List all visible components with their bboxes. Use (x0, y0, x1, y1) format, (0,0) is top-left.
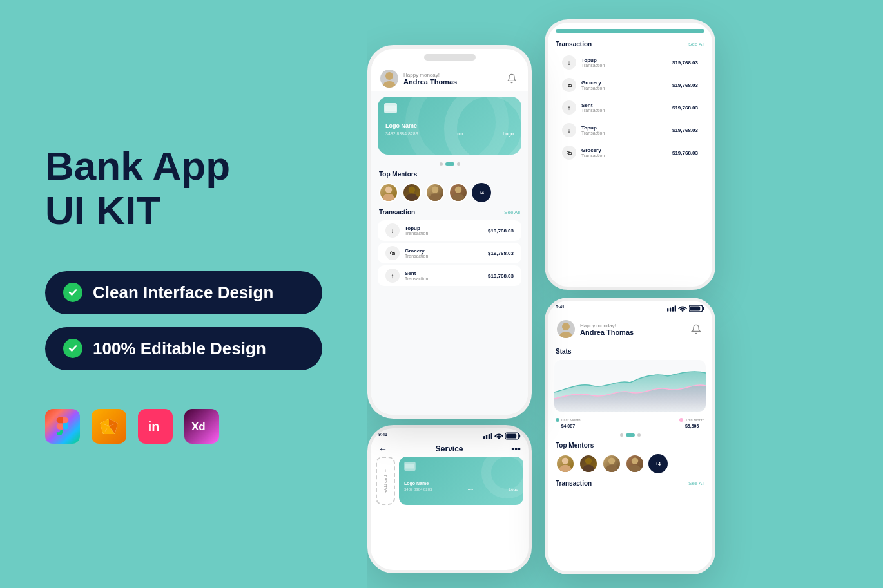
title-line1: Bank App (45, 144, 322, 188)
card-dots-indicator (371, 160, 528, 168)
time-bottom: 9:41 (556, 305, 565, 312)
mentors-bottom-header: Top Mentors (548, 439, 712, 451)
svg-rect-37 (703, 307, 704, 310)
phone-center-screen: Happy monday! Andrea Thomas (371, 63, 528, 415)
svg-point-25 (498, 437, 500, 439)
svg-point-18 (429, 194, 441, 202)
svg-point-39 (562, 323, 570, 330)
txn-right-5: 🛍 Grocery Transaction $19,768.03 (554, 142, 706, 163)
see-all-bottom[interactable]: See All (688, 480, 704, 486)
txn-item-3: ↑ Sent Transaction $19,768.03 (378, 265, 521, 286)
stats-title: Stats (556, 348, 571, 355)
card-logo-name: Logo Name (385, 122, 514, 129)
grocery-icon-r2: 🛍 (562, 78, 576, 92)
txn-right-header: Transaction See All (548, 38, 712, 50)
txn-name-1: Topup (405, 225, 488, 231)
txn-name-2: Grocery (405, 248, 488, 254)
mentors-title: Top Mentors (379, 171, 417, 178)
txn-type-2: Transaction (405, 254, 488, 258)
svg-point-13 (385, 186, 392, 193)
txn-type-1: Transaction (405, 231, 488, 236)
this-month-label: This Month (685, 418, 704, 422)
avatar-bottom (557, 320, 575, 338)
txn-amount-3: $19,768.03 (488, 273, 514, 279)
user-name: Andrea Thomas (403, 78, 457, 86)
svg-point-15 (409, 186, 415, 193)
mentors-bottom-title: Top Mentors (556, 442, 594, 449)
svg-point-47 (632, 457, 638, 464)
svg-point-19 (455, 186, 461, 193)
card-chip (384, 103, 397, 113)
right-panel: Happy monday! Andrea Thomas (367, 0, 883, 588)
svg-point-48 (628, 465, 641, 473)
txn-bottom-header: Transaction See All (548, 477, 712, 489)
txn-right-1: ↓ Topup Transaction $19,768.03 (554, 52, 706, 73)
mentor-plus-b: +4 (648, 454, 668, 473)
mentor-b4 (625, 454, 645, 473)
svg-point-17 (432, 186, 438, 193)
svg-point-43 (585, 457, 592, 464)
svg-point-40 (559, 332, 572, 338)
svg-point-20 (452, 194, 464, 202)
mentor-plus: +4 (472, 183, 491, 202)
grocery-icon-r5: 🛍 (562, 146, 576, 160)
see-all-link[interactable]: See All (504, 209, 520, 215)
sent-icon-r3: ↑ (562, 100, 576, 115)
topup-icon: ↓ (385, 223, 400, 238)
badge-editable: 100% Editable Design (45, 327, 322, 370)
txn-right-title: Transaction (556, 41, 592, 48)
topup-icon-r4: ↓ (562, 123, 576, 137)
phone-service: 9:41 ← Service ••• + +Add card (367, 425, 532, 573)
greeting-bottom: Happy monday! (580, 323, 634, 328)
back-button[interactable]: ← (378, 444, 387, 454)
bell-icon (505, 71, 519, 86)
greeting-text: Happy monday! (403, 72, 457, 78)
see-all-right[interactable]: See All (688, 41, 704, 47)
txn-right-3: ↑ Sent Transaction $19,768.03 (554, 97, 706, 118)
mentors-bottom-row: +4 (548, 451, 712, 477)
last-month-legend: Last Month $4,087 (556, 418, 581, 428)
svg-rect-24 (491, 433, 492, 439)
this-month-value: $5,506 (685, 424, 699, 428)
grocery-icon: 🛍 (385, 246, 400, 260)
svg-point-10 (383, 81, 396, 88)
tools-row: in Xd (45, 409, 322, 444)
more-button[interactable]: ••• (511, 444, 521, 454)
user-name-bottom: Andrea Thomas (580, 328, 634, 336)
check-icon (63, 283, 82, 302)
invision-icon: in (138, 409, 173, 444)
status-bar-service: 9:41 (371, 428, 529, 441)
badge-clean-label: Clean Interface Design (93, 283, 273, 303)
check-icon-2 (63, 339, 82, 358)
service-bank-card: Logo Name 3482 8384 8283 •••• Logo (399, 457, 523, 505)
last-month-value: $4,087 (561, 424, 575, 428)
add-card-button[interactable]: + +Add card (376, 457, 395, 505)
phone-notch (424, 54, 476, 61)
service-card-area: + +Add card Logo Name 3482 8384 8283 •••… (376, 457, 523, 505)
mentors-row: +4 (371, 180, 528, 206)
svg-point-46 (605, 465, 617, 473)
svg-point-44 (582, 465, 594, 473)
mentor-avatar-1 (379, 183, 398, 202)
status-bar-bottom: 9:41 (548, 301, 712, 314)
mentor-avatar-3 (425, 183, 445, 202)
last-month-label: Last Month (561, 418, 581, 422)
this-month-dot (679, 418, 683, 422)
title-line2: UI KIT (45, 189, 322, 232)
svg-point-42 (559, 465, 571, 473)
service-header: ← Service ••• (371, 441, 529, 457)
txn-right-4: ↓ Topup Transaction $19,768.03 (554, 120, 706, 140)
txn-title: Transaction (379, 209, 415, 216)
svg-text:Xd: Xd (191, 421, 206, 433)
svg-rect-28 (506, 433, 516, 438)
txn-item-1: ↓ Topup Transaction $19,768.03 (378, 220, 521, 241)
svg-point-0 (63, 423, 68, 429)
phone-center-header: Happy monday! Andrea Thomas (371, 63, 528, 91)
stats-section: Stats (548, 342, 712, 356)
phone-right-top: Transaction See All ↓ Topup Transaction … (545, 19, 715, 290)
this-month-legend: This Month $5,506 (679, 418, 704, 428)
card-number: 3482 8384 8283 •••• Logo (385, 131, 514, 136)
mentor-b2 (579, 454, 598, 473)
svg-rect-33 (672, 307, 674, 312)
mentor-avatar-4 (449, 183, 468, 202)
